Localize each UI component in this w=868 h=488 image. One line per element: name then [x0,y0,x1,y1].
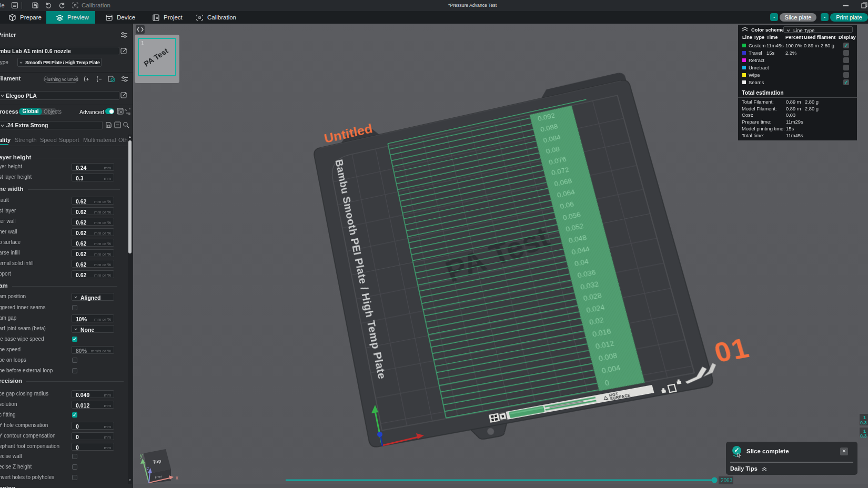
svg-text:A: A [125,108,127,111]
svg-text:01: 01 [711,332,753,368]
svg-text:B: B [128,112,130,115]
